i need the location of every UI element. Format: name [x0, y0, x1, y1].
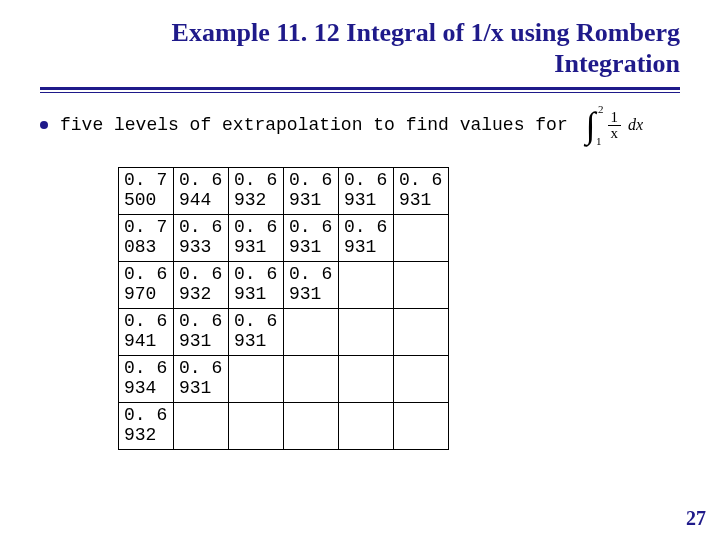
cell-line-1: 0. 6: [289, 218, 333, 238]
table-cell: [229, 403, 284, 450]
slide-title: Example 11. 12 Integral of 1/x using Rom…: [0, 0, 720, 83]
table-cell: 0. 6931: [174, 309, 229, 356]
table-cell: 0. 6932: [174, 262, 229, 309]
title-rule: [40, 87, 680, 93]
cell-line-1: 0. 7: [124, 218, 168, 238]
table-cell: [339, 403, 394, 450]
table-cell: [339, 309, 394, 356]
title-line-1: Example 11. 12 Integral of 1/x using Rom…: [140, 18, 680, 49]
cell-line-2: 931: [234, 238, 278, 258]
table-row: 0. 70830. 69330. 69310. 69310. 6931: [119, 215, 449, 262]
cell-line-1: 0. 6: [344, 218, 388, 238]
bullet-text: five levels of extrapolation to find val…: [60, 115, 568, 135]
table-cell: 0. 6931: [284, 168, 339, 215]
table-cell: 0. 6932: [229, 168, 284, 215]
table-cell: [284, 356, 339, 403]
cell-line-2: 941: [124, 332, 168, 352]
cell-line-2: 944: [179, 191, 223, 211]
page-number: 27: [686, 507, 706, 530]
rule-thick: [40, 87, 680, 90]
title-line-2: Integration: [140, 49, 680, 80]
cell-line-2: 931: [344, 238, 388, 258]
cell-line-1: 0. 6: [399, 171, 443, 191]
integral-symbol-wrap: ∫ 2 1: [586, 107, 596, 143]
cell-line-2: 931: [289, 191, 333, 211]
cell-line-2: 934: [124, 379, 168, 399]
table-cell: [339, 262, 394, 309]
integral-lower-limit: 1: [596, 135, 602, 147]
romberg-table: 0. 75000. 69440. 69320. 69310. 69310. 69…: [118, 167, 449, 450]
table-cell: [174, 403, 229, 450]
cell-line-1: 0. 6: [179, 359, 223, 379]
table-row: 0. 69340. 6931: [119, 356, 449, 403]
table-cell: [394, 356, 449, 403]
romberg-tbody: 0. 75000. 69440. 69320. 69310. 69310. 69…: [119, 168, 449, 450]
integral-expression: ∫ 2 1 1 x dx: [586, 107, 643, 143]
cell-line-1: 0. 6: [234, 312, 278, 332]
cell-line-1: 0. 6: [234, 171, 278, 191]
table-cell: [229, 356, 284, 403]
cell-line-2: 932: [124, 426, 168, 446]
cell-line-2: 931: [179, 332, 223, 352]
integral-dx: dx: [628, 116, 643, 134]
slide: Example 11. 12 Integral of 1/x using Rom…: [0, 0, 720, 540]
table-cell: [394, 403, 449, 450]
table-cell: 0. 6931: [284, 262, 339, 309]
table-cell: 0. 6931: [229, 262, 284, 309]
cell-line-1: 0. 7: [124, 171, 168, 191]
cell-line-2: 931: [234, 332, 278, 352]
table-cell: 0. 6934: [119, 356, 174, 403]
table-cell: 0. 6931: [339, 215, 394, 262]
cell-line-2: 931: [399, 191, 443, 211]
slide-body: five levels of extrapolation to find val…: [0, 93, 720, 450]
bullet-dot-icon: [40, 121, 48, 129]
cell-line-1: 0. 6: [234, 218, 278, 238]
table-cell: 0. 6931: [394, 168, 449, 215]
table-cell: [394, 215, 449, 262]
cell-line-2: 933: [179, 238, 223, 258]
cell-line-2: 932: [234, 191, 278, 211]
cell-line-1: 0. 6: [124, 406, 168, 426]
cell-line-1: 0. 6: [179, 218, 223, 238]
table-cell: [284, 309, 339, 356]
cell-line-1: 0. 6: [289, 265, 333, 285]
cell-line-1: 0. 6: [289, 171, 333, 191]
cell-line-1: 0. 6: [179, 265, 223, 285]
table-cell: 0. 6933: [174, 215, 229, 262]
cell-line-1: 0. 6: [124, 359, 168, 379]
table-cell: 0. 6944: [174, 168, 229, 215]
table-cell: 0. 6931: [229, 215, 284, 262]
rule-thin: [40, 92, 680, 93]
cell-line-2: 970: [124, 285, 168, 305]
table-cell: 0. 6931: [229, 309, 284, 356]
cell-line-1: 0. 6: [124, 312, 168, 332]
integral-fraction: 1 x: [608, 110, 622, 141]
table-cell: 0. 7083: [119, 215, 174, 262]
cell-line-2: 932: [179, 285, 223, 305]
table-row: 0. 75000. 69440. 69320. 69310. 69310. 69…: [119, 168, 449, 215]
integral-upper-limit: 2: [598, 103, 604, 115]
cell-line-2: 083: [124, 238, 168, 258]
cell-line-2: 500: [124, 191, 168, 211]
table-row: 0. 69410. 69310. 6931: [119, 309, 449, 356]
cell-line-2: 931: [344, 191, 388, 211]
table-cell: 0. 7500: [119, 168, 174, 215]
table-row: 0. 6932: [119, 403, 449, 450]
integral-sign-icon: ∫: [586, 107, 596, 143]
cell-line-1: 0. 6: [124, 265, 168, 285]
cell-line-1: 0. 6: [179, 312, 223, 332]
table-cell: 0. 6970: [119, 262, 174, 309]
table-cell: [339, 356, 394, 403]
table-cell: 0. 6931: [339, 168, 394, 215]
table-cell: [394, 309, 449, 356]
cell-line-1: 0. 6: [344, 171, 388, 191]
table-cell: 0. 6941: [119, 309, 174, 356]
cell-line-1: 0. 6: [234, 265, 278, 285]
table-cell: 0. 6931: [174, 356, 229, 403]
table-cell: 0. 6932: [119, 403, 174, 450]
table-cell: [394, 262, 449, 309]
fraction-numerator: 1: [608, 110, 622, 126]
table-row: 0. 69700. 69320. 69310. 6931: [119, 262, 449, 309]
cell-line-2: 931: [179, 379, 223, 399]
cell-line-2: 931: [289, 285, 333, 305]
